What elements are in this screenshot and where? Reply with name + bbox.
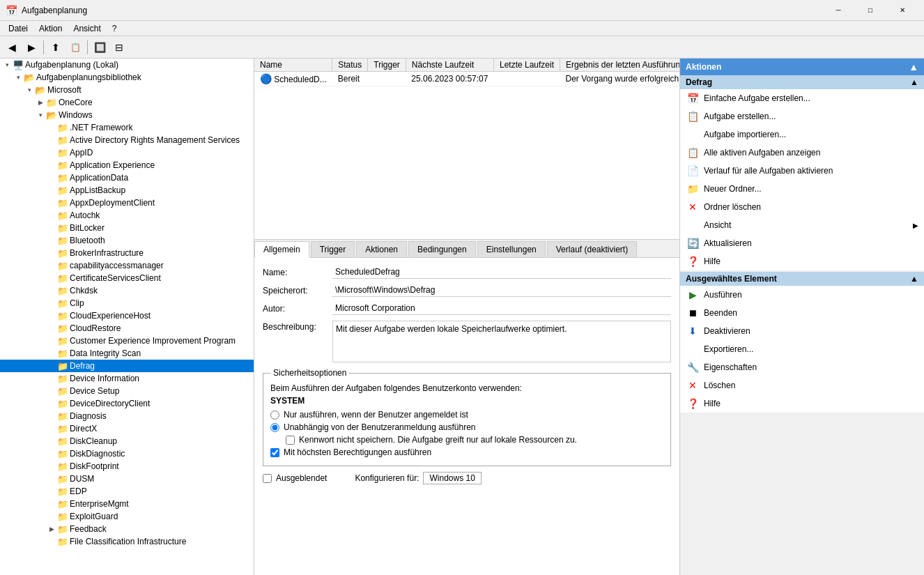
folder-icon-feedback: 📁: [57, 523, 68, 535]
tree-item-devinfo[interactable]: 📁 Device Information: [0, 372, 254, 385]
tree-item-diskfoot[interactable]: 📁 DiskFootprint: [0, 460, 254, 473]
tree-item-root[interactable]: ▾ 🖥️ Aufgabenplanung (Lokal): [0, 59, 254, 71]
close-button[interactable]: ✕: [886, 0, 918, 21]
tree-item-capabilityaccess[interactable]: 📁 capabilityaccessmanager: [0, 259, 254, 272]
tab-bedingungen[interactable]: Bedingungen: [408, 241, 476, 257]
tree-item-chkdsk[interactable]: 📁 Chkdsk: [0, 284, 254, 297]
tree-item-entmgmt[interactable]: 📁 EnterpriseMgmt: [0, 498, 254, 510]
tab-aktionen[interactable]: Aktionen: [356, 241, 407, 257]
tree-item-fileclassif[interactable]: 📁 File Classification Infrastructure: [0, 535, 254, 548]
tree-item-brokerinfra[interactable]: 📁 BrokerInfrastructure: [0, 247, 254, 259]
tab-einstellungen[interactable]: Einstellungen: [477, 241, 546, 257]
tree-item-datainteg[interactable]: 📁 Data Integrity Scan: [0, 347, 254, 360]
action-refresh[interactable]: 🔄 Aktualisieren: [680, 234, 924, 252]
menu-help[interactable]: ?: [107, 22, 123, 35]
tree-item-appid[interactable]: 📁 AppID: [0, 146, 254, 159]
checkbox-highest[interactable]: [270, 448, 279, 457]
toolbar-view1[interactable]: 🔲: [91, 39, 109, 56]
maximize-button[interactable]: □: [854, 0, 886, 21]
tree-toggle-lib[interactable]: ▾: [13, 72, 24, 83]
tab-trigger[interactable]: Trigger: [311, 241, 355, 257]
tree-item-certservices[interactable]: 📁 CertificateServicesClient: [0, 272, 254, 284]
tree-item-adrights[interactable]: 📁 Active Directory Rights Management Ser…: [0, 134, 254, 146]
action-show-active[interactable]: 📋 Alle aktiven Aufgaben anzeigen: [680, 144, 924, 162]
tree-item-onecore[interactable]: ▶ 📁 OneCore: [0, 96, 254, 109]
tree-item-custexp[interactable]: 📁 Customer Experience Improvement Progra…: [0, 335, 254, 347]
col-status[interactable]: Status: [332, 59, 368, 72]
tree-toggle-root[interactable]: ▾: [1, 59, 13, 70]
menu-datei[interactable]: Datei: [3, 22, 33, 35]
tree-item-appdata[interactable]: 📁 ApplicationData: [0, 171, 254, 184]
tree-item-bluetooth[interactable]: 📁 Bluetooth: [0, 234, 254, 247]
action-deactivate[interactable]: ⬇ Deaktivieren: [680, 322, 924, 340]
selected-section-collapse[interactable]: ▲: [910, 274, 918, 284]
action-delete-folder[interactable]: ✕ Ordner löschen: [680, 198, 924, 216]
action-export[interactable]: Exportieren...: [680, 340, 924, 358]
tree-toggle-feedback[interactable]: ▶: [46, 523, 57, 535]
tree-item-dotnet[interactable]: 📁 .NET Framework: [0, 121, 254, 134]
action-delete[interactable]: ✕ Löschen: [680, 376, 924, 394]
checkbox-password[interactable]: [286, 436, 295, 445]
tab-verlauf[interactable]: Verlauf (deaktiviert): [547, 241, 637, 257]
table-row[interactable]: 🔵 ScheduledD... Bereit 25.06.2023 00:57:…: [254, 72, 679, 86]
menu-aktion[interactable]: Aktion: [33, 22, 68, 35]
tree-item-devdirclient[interactable]: 📁 DeviceDirectoryClient: [0, 397, 254, 410]
action-create-task[interactable]: 📋 Aufgabe erstellen...: [680, 107, 924, 125]
menu-ansicht[interactable]: Ansicht: [68, 22, 106, 35]
toolbar-back[interactable]: ◀: [3, 39, 21, 56]
actions-collapse[interactable]: ▲: [909, 61, 918, 72]
toolbar-forward[interactable]: ▶: [22, 39, 40, 56]
col-last-result[interactable]: Ergebnis der letzten Ausführung: [560, 59, 679, 72]
action-help-main[interactable]: ❓ Hilfe: [680, 252, 924, 270]
action-enable-history[interactable]: 📄 Verlauf für alle Aufgaben aktivieren: [680, 162, 924, 180]
action-help-selected[interactable]: ❓ Hilfe: [680, 394, 924, 413]
tree-item-feedback[interactable]: ▶ 📁 Feedback: [0, 523, 254, 535]
tree-item-lib[interactable]: ▾ 📂 Aufgabenplanungsbibliothek: [0, 71, 254, 84]
col-last-run[interactable]: Letzte Laufzeit: [493, 59, 560, 72]
toolbar-view2[interactable]: ⊟: [110, 39, 128, 56]
tree-item-diagnosis[interactable]: 📁 Diagnosis: [0, 410, 254, 422]
action-stop[interactable]: ⏹ Beenden: [680, 304, 924, 322]
action-create-simple[interactable]: 📅 Einfache Aufgabe erstellen...: [680, 89, 924, 107]
tree-item-diskclean[interactable]: 📁 DiskCleanup: [0, 435, 254, 447]
folder-icon-custexp: 📁: [57, 335, 68, 346]
defrag-section-collapse[interactable]: ▲: [910, 77, 918, 87]
tab-allgemein[interactable]: Allgemein: [254, 241, 309, 258]
tree-item-defrag[interactable]: 📁 Defrag: [0, 360, 254, 372]
radio-independent[interactable]: [270, 423, 279, 432]
action-import[interactable]: Aufgabe importieren...: [680, 125, 924, 144]
col-next-run[interactable]: Nächste Laufzeit: [406, 59, 493, 72]
col-name[interactable]: Name: [254, 59, 332, 72]
tree-item-cloudexphost[interactable]: 📁 CloudExperienceHost: [0, 309, 254, 322]
action-properties[interactable]: 🔧 Eigenschaften: [680, 358, 924, 376]
tree-item-autochk[interactable]: 📁 Autochk: [0, 209, 254, 222]
toolbar-up[interactable]: ⬆: [47, 39, 65, 56]
tree-item-appexp[interactable]: 📁 Application Experience: [0, 159, 254, 171]
tree-toggle-microsoft[interactable]: ▾: [24, 84, 35, 95]
tree-item-devsetup[interactable]: 📁 Device Setup: [0, 385, 254, 397]
action-ansicht[interactable]: Ansicht ▶: [680, 216, 924, 234]
action-run[interactable]: ▶ Ausführen: [680, 286, 924, 304]
tree-item-appxdeploy[interactable]: 📁 AppxDeploymentClient: [0, 197, 254, 209]
task-last-run: [493, 72, 560, 86]
tree-item-bitlocker[interactable]: 📁 BitLocker: [0, 222, 254, 234]
tree-item-dusm[interactable]: 📁 DUSM: [0, 473, 254, 485]
tree-item-applistbackup[interactable]: 📁 AppListBackup: [0, 184, 254, 197]
tree-item-cloudrestore[interactable]: 📁 CloudRestore: [0, 322, 254, 335]
tree-item-edp[interactable]: 📁 EDP: [0, 485, 254, 498]
tree-toggle-windows[interactable]: ▾: [35, 109, 46, 121]
tree-item-microsoft[interactable]: ▾ 📂 Microsoft: [0, 84, 254, 96]
minimize-button[interactable]: ─: [822, 0, 854, 21]
tree-item-directx[interactable]: 📁 DirectX: [0, 422, 254, 435]
configure-value[interactable]: Windows 10: [423, 472, 481, 484]
tree-item-windows[interactable]: ▾ 📂 Windows: [0, 109, 254, 121]
toolbar-copy[interactable]: 📋: [66, 39, 84, 56]
tree-item-exploitguard[interactable]: 📁 ExploitGuard: [0, 510, 254, 523]
tree-toggle-onecore[interactable]: ▶: [35, 97, 46, 108]
action-new-folder[interactable]: 📁 Neuer Ordner...: [680, 180, 924, 198]
radio-logged-in[interactable]: [270, 411, 279, 420]
col-trigger[interactable]: Trigger: [368, 59, 406, 72]
tree-item-clip[interactable]: 📁 Clip: [0, 297, 254, 309]
tree-item-diskdiag[interactable]: 📁 DiskDiagnostic: [0, 447, 254, 460]
checkbox-hidden[interactable]: [263, 474, 272, 483]
